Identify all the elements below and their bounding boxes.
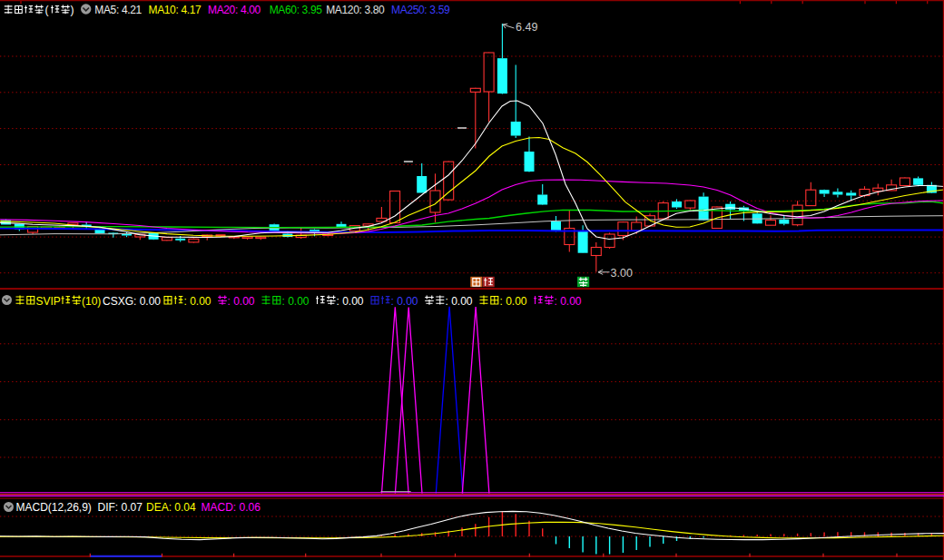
svg-text:): )	[71, 4, 74, 16]
svg-text:: 0.00: : 0.00	[337, 295, 364, 308]
svg-text:MACD: 0.06: MACD: 0.06	[202, 501, 261, 514]
svg-text:DIF: 0.07: DIF: 0.07	[98, 501, 143, 514]
svg-text:: 0.00: : 0.00	[282, 295, 310, 308]
svg-text:: 0.00: : 0.00	[184, 295, 211, 308]
svg-text:(: (	[45, 4, 49, 16]
svg-text:MA120: 3.80: MA120: 3.80	[326, 4, 385, 16]
svg-text:MA250: 3.59: MA250: 3.59	[391, 4, 450, 16]
svg-text:: 0.00: : 0.00	[228, 295, 255, 308]
svg-text:6.49: 6.49	[516, 21, 537, 34]
svg-text:: 0.00: : 0.00	[446, 295, 473, 308]
svg-text:MA10: 4.17: MA10: 4.17	[149, 4, 202, 16]
svg-text:MA20: 4.00: MA20: 4.00	[208, 4, 261, 16]
svg-text:MACD(12,26,9): MACD(12,26,9)	[16, 501, 92, 514]
svg-text:: 0.00: : 0.00	[555, 295, 582, 308]
svg-text:3.00: 3.00	[611, 267, 633, 280]
svg-text:DEA: 0.04: DEA: 0.04	[146, 501, 196, 514]
svg-text:MA60: 3.95: MA60: 3.95	[270, 4, 323, 16]
svg-text:(10): (10)	[82, 295, 101, 308]
svg-text:MA5: 4.21: MA5: 4.21	[94, 4, 142, 16]
svg-text:CSXG: 0.00: CSXG: 0.00	[103, 295, 161, 308]
svg-text:: 0.00: : 0.00	[500, 295, 527, 308]
svg-text:: 0.00: : 0.00	[391, 295, 418, 308]
svg-text:SVIP: SVIP	[36, 295, 61, 308]
